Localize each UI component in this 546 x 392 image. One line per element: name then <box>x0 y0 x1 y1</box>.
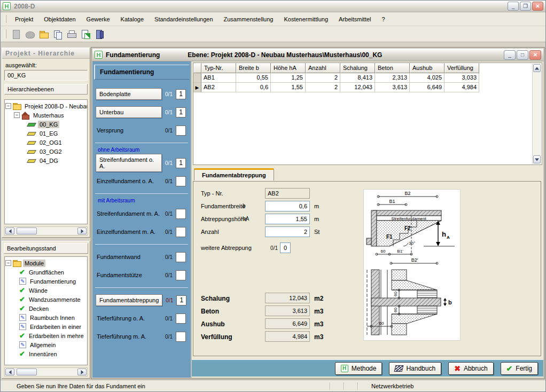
module-item[interactable]: ✔ Decken <box>5 304 87 313</box>
open-folder-button[interactable] <box>37 28 50 41</box>
tree-node-floor-02og1[interactable]: 02_OG1 <box>5 138 87 147</box>
streifenfundament-ma-label[interactable]: Streifenfundament m. A. <box>96 210 162 217</box>
einzelfundament-oa-count-field[interactable] <box>176 176 186 186</box>
einzelfundament-ma-count-field[interactable] <box>176 227 186 237</box>
einzelfundament-oa-label[interactable]: Einzelfundament o. A. <box>96 178 162 184</box>
module-item[interactable]: ✔ Grundflächen <box>5 268 87 277</box>
tab-fundamentabtreppung[interactable]: Fundamentabtreppung <box>194 168 274 181</box>
cell-breite[interactable]: 0,6 <box>236 83 271 92</box>
module-item[interactable]: ✔ Erdarbeiten in mehre <box>5 331 87 340</box>
exit-button[interactable] <box>93 28 106 41</box>
tieferfuehrung-oa-count-field[interactable] <box>176 313 186 324</box>
col-header-typnr[interactable]: Typ-Nr. <box>201 63 236 73</box>
scroll-thumb[interactable] <box>17 228 37 234</box>
menubar-grip[interactable] <box>5 15 6 23</box>
anzahl-input[interactable] <box>265 226 310 237</box>
child-maximize-button[interactable]: □ <box>517 50 528 60</box>
fundamentwand-label[interactable]: Fundamentwand <box>96 254 162 260</box>
cell-breite[interactable]: 0,55 <box>236 73 271 83</box>
cell-beton[interactable]: 2,313 <box>375 73 410 83</box>
abtreppungshoehe-input[interactable] <box>265 214 310 224</box>
row-marker[interactable] <box>193 73 201 83</box>
col-header-aushub[interactable]: Aushub <box>410 63 444 73</box>
close-button[interactable]: ✕ <box>532 2 543 11</box>
streifenfundament-ma-count-field[interactable] <box>176 209 186 219</box>
fundamentabtreppung-count-field[interactable]: 1 <box>176 295 186 305</box>
scroll-left-icon[interactable] <box>5 369 14 375</box>
table-vscrollbar[interactable] <box>532 64 541 164</box>
col-header-breite[interactable]: Breite b <box>236 63 271 73</box>
menu-arbeitsmittel[interactable]: Arbeitsmittel <box>333 14 377 25</box>
cell-anzahl[interactable]: 2 <box>306 83 340 92</box>
modules-hscrollbar[interactable] <box>4 367 88 377</box>
menu-zusammenstellung[interactable]: Zusammenstellung <box>219 14 279 25</box>
cell-aushub[interactable]: 4,025 <box>410 73 444 83</box>
tree-node-floor-03og2[interactable]: 03_OG2 <box>5 147 87 156</box>
methode-button[interactable]: H Methode <box>335 362 383 375</box>
collapse-icon[interactable]: − <box>5 260 11 266</box>
einzelfundament-ma-label[interactable]: Einzelfundament m. A. <box>96 229 162 235</box>
streifenfundament-oa-count-field[interactable]: 1 <box>176 158 186 168</box>
scroll-right-icon[interactable] <box>77 369 87 375</box>
scroll-thumb[interactable] <box>17 369 37 375</box>
versprung-label[interactable]: Versprung <box>96 127 162 134</box>
menu-kostenermittlung[interactable]: Kostenermittlung <box>278 14 333 25</box>
fundamentwand-count-field[interactable] <box>176 252 186 262</box>
tieferfuehrung-ma-label[interactable]: Tieferführung m. A. <box>96 333 162 340</box>
fundamentstuetze-label[interactable]: Fundamentstütze <box>96 272 162 278</box>
module-item[interactable]: ✔ Wände <box>5 286 87 295</box>
child-minimize-button[interactable]: _ <box>504 50 516 60</box>
col-header-hoehe[interactable]: Höhe hA <box>271 63 306 73</box>
scroll-right-icon[interactable] <box>77 228 87 234</box>
tree-node-project[interactable]: − Projekt 2008-D - Neubau <box>5 101 87 111</box>
weitere-abtreppung-field[interactable]: 0 <box>280 242 291 253</box>
bodenplatte-count-field[interactable]: 1 <box>176 89 186 99</box>
cell-beton[interactable]: 3,613 <box>375 83 410 92</box>
cell-hoehe[interactable]: 1,55 <box>271 83 306 92</box>
tree-node-floor-00kg[interactable]: 00_KG <box>5 120 87 129</box>
unterbau-button[interactable]: Unterbau <box>96 106 162 118</box>
cell-typnr[interactable]: AB2 <box>201 83 236 92</box>
fundamentbreite-input[interactable] <box>265 201 310 211</box>
minimize-button[interactable]: _ <box>508 2 519 11</box>
toolbar-grip[interactable] <box>5 29 6 38</box>
tree-node-module-root[interactable]: − Module <box>5 258 87 268</box>
handbuch-button[interactable]: Handbuch <box>389 362 441 375</box>
child-close-button[interactable]: ✕ <box>529 50 541 60</box>
collapse-icon[interactable]: − <box>5 103 11 109</box>
bodenplatte-button[interactable]: Bodenplatte <box>96 88 162 100</box>
module-item[interactable]: ✔ Innentüren <box>5 349 87 358</box>
cell-hoehe[interactable]: 1,25 <box>271 73 306 83</box>
tieferfuehrung-oa-label[interactable]: Tieferführung o. A. <box>96 315 162 322</box>
cell-schalung[interactable]: 8,413 <box>340 73 375 83</box>
col-header-beton[interactable]: Beton <box>375 63 410 73</box>
menu-objektdaten[interactable]: Objektdaten <box>38 14 81 25</box>
menu-kataloge[interactable]: Kataloge <box>115 14 149 25</box>
module-item[interactable]: ✎ Fundamentierung <box>5 277 87 286</box>
row-marker-active[interactable]: ▶ <box>193 83 201 92</box>
fundamentabtreppung-button[interactable]: Fundamentabtreppung <box>96 294 162 306</box>
col-header-schalung[interactable]: Schalung <box>340 63 375 73</box>
cell-aushub[interactable]: 6,649 <box>410 83 444 92</box>
tieferfuehrung-ma-count-field[interactable] <box>176 332 186 342</box>
scroll-up-icon[interactable] <box>533 64 541 72</box>
unterbau-count-field[interactable]: 1 <box>176 107 186 117</box>
tree-node-floor-04dg[interactable]: 04_DG <box>5 156 87 165</box>
restore-button[interactable]: ❐ <box>520 2 531 11</box>
versprung-count-field[interactable] <box>176 126 186 136</box>
cell-schalung[interactable]: 12,043 <box>340 83 375 92</box>
cell-verfuellung[interactable]: 4,984 <box>444 83 479 92</box>
menu-standardeinstellungen[interactable]: Standardeinstellungen <box>149 14 218 25</box>
cell-anzahl[interactable]: 2 <box>306 73 340 83</box>
menu-help[interactable]: ? <box>377 14 391 25</box>
scroll-left-icon[interactable] <box>5 228 14 234</box>
export-button[interactable] <box>79 28 92 41</box>
tree-node-floor-01eg[interactable]: 01_EG <box>5 129 87 138</box>
cell-typnr[interactable]: AB1 <box>201 73 236 83</box>
collapse-icon[interactable]: − <box>14 112 20 118</box>
tree-node-building[interactable]: − Musterhaus <box>5 111 87 120</box>
module-item[interactable]: ✎ Allgemein <box>5 340 87 349</box>
module-item[interactable]: ✔ Wandzusammenste <box>5 295 87 304</box>
scroll-down-icon[interactable] <box>533 155 541 163</box>
module-item[interactable]: ✎ Erdarbeiten in einer <box>5 322 87 331</box>
